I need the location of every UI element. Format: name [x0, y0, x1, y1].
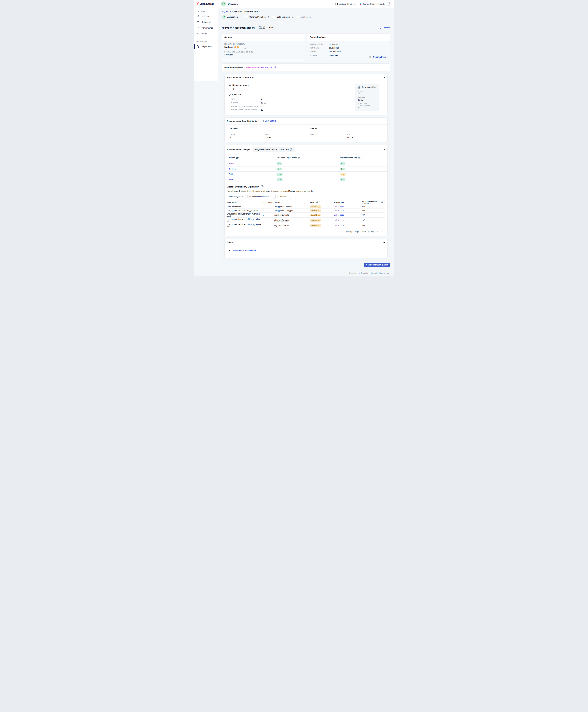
complexity-dot-filled — [234, 46, 236, 48]
slack-icon — [359, 3, 362, 5]
filter-impacts[interactable]: All Impacts — [275, 195, 291, 199]
occurrences-link[interactable]: 1 — [262, 214, 274, 216]
next-schema-migration-button[interactable]: Next: Schema Migration — [364, 263, 390, 267]
sharded-size-value: 520 KB — [347, 136, 383, 139]
sort-icon[interactable] — [237, 201, 238, 203]
workaround-link[interactable]: Link to docs — [334, 224, 362, 226]
footer-copyright: Copyright 2025 YugaByte, Inc. All rights… — [222, 270, 390, 277]
active-step-indicator — [222, 21, 236, 21]
collapse-caret-icon[interactable] — [383, 149, 385, 150]
node-size-row: Node Size — [228, 93, 266, 96]
target-version-help-icon[interactable]: ? — [290, 148, 292, 151]
workaround-link[interactable]: Link to docs — [334, 214, 362, 216]
logo-text: yugabyteDB — [200, 2, 214, 5]
workaround-link[interactable]: Link to docs — [334, 210, 362, 212]
summary-row: Summary MIGRATION COMPLEXITY Medium ? — [222, 34, 390, 61]
yugabytedb-logo[interactable]: yugabyteDB — [194, 2, 218, 6]
info-icon[interactable] — [316, 201, 318, 203]
next-page-button[interactable] — [381, 231, 383, 233]
sidebar-item-migrations[interactable]: Migrations — [194, 44, 218, 49]
step-data-migration[interactable]: Data Migration — [272, 15, 290, 19]
sort-icon[interactable] — [361, 157, 362, 158]
view-details-link[interactable]: View Details — [261, 120, 276, 122]
slack-link[interactable]: Join our Slack community — [359, 3, 385, 5]
collapse-caret-icon[interactable] — [383, 242, 385, 243]
recommended-cluster-size-card: Recommended Cluster Size — [225, 74, 387, 115]
collapse-caret-icon[interactable] — [383, 121, 385, 122]
migration-stepper: Assessment Schema Migration Data Migrati… — [222, 15, 390, 19]
info-icon[interactable] — [381, 201, 383, 203]
complexity-dot-filled — [237, 46, 239, 48]
sort-icon[interactable] — [301, 157, 302, 158]
impact-badge: Level 1 — [310, 224, 321, 227]
issue-row: Unsupported datatype for Live migration … — [227, 213, 385, 218]
svg-text:?: ? — [245, 46, 246, 48]
workaround-link[interactable]: Link to docs — [334, 219, 362, 221]
occurrences-link[interactable]: 1 — [262, 219, 274, 221]
issue-category: Unsupported Datatypes — [274, 210, 293, 212]
sidebar-item-alerts[interactable]: Alerts — [194, 31, 218, 37]
limitations-link[interactable]: Limitations in assessment — [232, 250, 256, 252]
estimated-time-value: 2 Minutes — [225, 54, 302, 56]
svg-text:?: ? — [262, 186, 262, 188]
explanation-summary: Found 3 Level 1 Issues, 0 Level 2 Issues… — [227, 190, 385, 192]
issue-row: Unsupported datatype - txid_snapshot 1 U… — [227, 209, 385, 213]
recommendations-header: Recommendations Powered by Voyager Copil… — [222, 64, 390, 71]
step-assessment[interactable]: Assessment — [222, 15, 238, 19]
rows-per-page-select[interactable]: 10 — [361, 231, 365, 233]
sort-icon[interactable] — [282, 201, 284, 203]
colocated-tables-value: 10 — [229, 136, 266, 139]
sidebar-item-universe[interactable]: Universe — [194, 13, 218, 19]
info-icon[interactable] — [298, 157, 300, 158]
step-label: Assessment — [227, 16, 238, 18]
issue-row: Unsupported datatype for Live migration … — [227, 223, 385, 228]
collapse-caret-icon[interactable] — [383, 77, 385, 78]
voyager-version-value: main — [269, 27, 273, 29]
step-verification[interactable]: Verification — [296, 15, 311, 19]
sparkle-icon — [273, 66, 276, 69]
explanation-help-icon[interactable]: ? — [260, 185, 264, 188]
filter-issue-types[interactable]: All Issue Types — [227, 195, 246, 199]
issue-category: Migration Caveats — [274, 214, 289, 216]
chevron-right-icon — [241, 16, 242, 18]
sidebar-item-performance[interactable]: Performance — [194, 25, 218, 31]
nodes-cluster-icon — [228, 84, 231, 87]
recommendations-panel: Recommendations Powered by Voyager Copil… — [222, 63, 390, 261]
complexity-help-icon[interactable]: ? — [244, 46, 247, 49]
min-versions: N/A — [362, 219, 385, 221]
sort-icon[interactable] — [319, 201, 320, 203]
migration-complexity-label: MIGRATION COMPLEXITY — [225, 43, 302, 45]
breadcrumb-migrations[interactable]: Migrations — [222, 10, 231, 13]
bell-icon — [196, 32, 200, 35]
breadcrumb-separator: / — [232, 10, 233, 13]
sort-icon[interactable] — [345, 201, 346, 203]
db-type-row: DATABASE TYPE postgresql — [310, 43, 387, 45]
summary-card-body: MIGRATION COMPLEXITY Medium ? ESTIMATED … — [222, 41, 305, 60]
colocated-size-value: 136 KB — [265, 136, 302, 139]
step-label: Data Migration — [277, 16, 290, 18]
workaround-link[interactable]: Link to docs — [334, 206, 362, 208]
github-link[interactable]: Visit our Github repo — [335, 3, 357, 5]
universe-health-icon — [221, 1, 226, 6]
github-icon — [335, 3, 338, 5]
info-icon[interactable] — [358, 157, 360, 158]
source-database-body: DATABASE TYPE postgresql HOSTNAME 10.9.1… — [307, 41, 390, 61]
step-schema-migration[interactable]: Schema Migration — [244, 15, 266, 19]
number-of-nodes-value: 3 — [233, 88, 266, 90]
database-icon — [196, 21, 200, 23]
help-icon[interactable]: ? — [387, 2, 391, 6]
occurrences-link[interactable]: 1 — [262, 224, 274, 226]
filter-object-types[interactable]: All object types selected — [247, 195, 274, 199]
occurrences-link[interactable]: 1 — [262, 206, 274, 208]
issue-category: Unsupported Features — [274, 206, 292, 208]
step-circle — [244, 15, 248, 19]
breadcrumb-current-migration[interactable]: Migration_29d80eb05d77 — [234, 10, 261, 13]
prev-page-button[interactable] — [376, 231, 379, 233]
notes-card: Notes Limitations in assessment — [225, 239, 387, 258]
sort-icon[interactable] — [384, 201, 385, 203]
occurrences-link[interactable]: 1 — [262, 210, 274, 212]
sidebar-item-databases[interactable]: Databases — [194, 19, 218, 25]
issue-name: Unsupported datatype for Live migration … — [227, 213, 262, 217]
circle-chevron-right-icon — [261, 120, 264, 122]
refresh-button[interactable]: Refresh — [379, 26, 390, 29]
